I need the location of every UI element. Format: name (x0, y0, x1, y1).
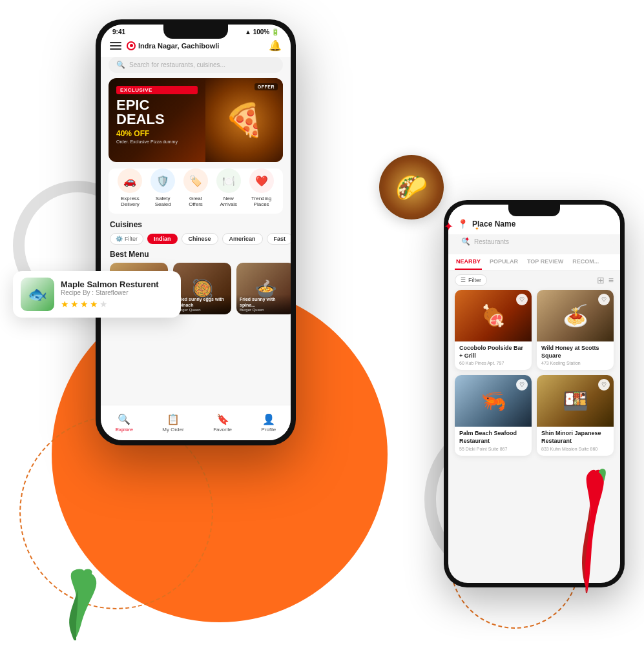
my-order-label: My Order (162, 427, 183, 432)
status-signal: ▲ 100% 🔋 (245, 28, 279, 36)
profile-icon: 👤 (262, 413, 275, 425)
phone2-search-bar[interactable]: 🔍 Restaurants (455, 234, 614, 249)
nav-profile[interactable]: 👤 Profile (262, 413, 276, 432)
rest-card-1-name: Cocobolo Poolside Bar + Grill (459, 345, 527, 360)
banner-left-content: EXCLUSIVE EPIC DEALS 40% OFF Order. Excl… (109, 78, 205, 162)
phone2-tabs: NEARBY POPULAR TOP REVIEW RECOM... (448, 254, 620, 270)
location-button[interactable]: Indra Nagar, Gachibowli (127, 41, 264, 50)
express-delivery-icon: 🚗 (118, 168, 142, 193)
rest-card-4-name: Shin Minori Japanese Restaurant (541, 430, 609, 445)
filter-label: Filter (125, 236, 138, 242)
rest-card-1-address: 60 Kub Pines Apt. 797 (459, 361, 527, 365)
new-arrivals-icon: 🍽️ (216, 168, 241, 193)
category-safety-sealed[interactable]: 🛡️ SafetySealed (151, 168, 175, 207)
menu-card-3-title: Fried sunny with spina... (240, 297, 291, 308)
phone1-notch (163, 25, 228, 39)
safety-sealed-icon: 🛡️ (151, 168, 175, 193)
list-view-icon[interactable]: ≡ (608, 275, 614, 285)
explore-icon: 🔍 (118, 413, 130, 425)
restaurant-card-2[interactable]: 🍝 ♡ Wild Honey at Scotts Square 473 Keel… (537, 290, 614, 370)
bottom-nav: 🔍 Explore 📋 My Order 🔖 Favorite 👤 Profil… (101, 405, 291, 440)
search-placeholder: Search for restaurants, cuisines... (129, 61, 225, 68)
restaurant-floating-card[interactable]: 🐟 Maple Salmon Resturent Recipe By : Sta… (13, 271, 181, 318)
restaurant-card-4[interactable]: 🍱 ♡ Shin Minori Japanese Restaurant 833 … (537, 375, 614, 455)
rest-card-2-heart[interactable]: ♡ (598, 294, 610, 305)
star-5: ★ (99, 299, 108, 309)
best-menu-title: Best Menu (101, 250, 291, 263)
spark-mid: ✦ (464, 236, 470, 243)
great-offers-label: GreatOffers (189, 196, 203, 207)
banner-discount: 40% OFF (116, 129, 198, 138)
cuisine-american[interactable]: American (222, 233, 263, 245)
spark-small: ✦ (475, 226, 479, 232)
banner-title: EPIC DEALS (116, 98, 198, 127)
phone2-filter-button[interactable]: ☰ Filter (455, 274, 487, 286)
status-time: 9:41 (112, 28, 125, 36)
banner-right-image: 🍕 OFFER (205, 78, 283, 162)
hamburger-line-2 (110, 45, 121, 46)
rest-card-3-address: 55 Dicki Point Suite 867 (459, 447, 527, 451)
tab-nearby[interactable]: NEARBY (455, 254, 482, 270)
tab-popular[interactable]: POPULAR (488, 254, 519, 270)
filter-row: ☰ Filter ⊞ ≡ (448, 274, 620, 290)
menu-card-2[interactable]: 🥘 Fried sunny eggs with spinach Burger Q… (173, 263, 231, 314)
cuisines-title: Cuisines (101, 220, 291, 233)
star-3: ★ (80, 299, 88, 309)
trending-places-label: TrendingPlaces (251, 196, 271, 207)
grid-view-icon[interactable]: ⊞ (597, 275, 605, 285)
menu-card-3[interactable]: 🍲 Fried sunny with spina... Burger Queen (236, 263, 291, 314)
tab-recom[interactable]: RECOM... (571, 254, 600, 270)
rest-card-3-name: Palm Beach Seafood Restaurant (459, 430, 527, 445)
favorite-label: Favorite (213, 427, 232, 432)
view-toggle-icons: ⊞ ≡ (597, 275, 614, 285)
cuisine-filter-row: ⚙️ Filter Indian Chinese American Fast (101, 233, 291, 250)
floating-card-stars: ★ ★ ★ ★ ★ (61, 299, 173, 309)
cuisine-fast[interactable]: Fast (267, 233, 291, 245)
place-pin-icon: 📍 (457, 219, 468, 229)
banner-food-visual: 🍕 (205, 78, 283, 162)
trending-places-icon: ❤️ (249, 168, 274, 193)
tab-top-review[interactable]: TOP REVIEW (526, 254, 565, 270)
cuisine-chinese[interactable]: Chinese (182, 233, 218, 245)
menu-card-2-overlay: Fried sunny eggs with spinach Burger Que… (173, 294, 231, 314)
explore-label: Explore (116, 427, 133, 432)
categories-row: 🚗 ExpressDelivery 🛡️ SafetySealed 🏷️ Gre… (109, 168, 283, 214)
banner-subtitle: Order. Exclusive Pizza dummy (116, 139, 198, 144)
filter2-label: Filter (468, 277, 481, 283)
hamburger-icon[interactable] (110, 42, 121, 50)
menu-card-2-title: Fried sunny eggs with spinach (176, 297, 228, 308)
restaurant-card-1[interactable]: 🍖 ♡ Cocobolo Poolside Bar + Grill 60 Kub… (455, 290, 532, 370)
my-order-icon: 📋 (167, 413, 180, 425)
safety-sealed-label: SafetySealed (155, 196, 171, 207)
star-1: ★ (61, 299, 69, 309)
category-great-offers[interactable]: 🏷️ GreatOffers (183, 168, 208, 207)
express-delivery-label: ExpressDelivery (121, 196, 140, 207)
new-arrivals-label: NewArrivals (220, 196, 237, 207)
phone2-search-placeholder: Restaurants (474, 238, 509, 245)
nav-my-order[interactable]: 📋 My Order (162, 413, 183, 432)
category-trending-places[interactable]: ❤️ TrendingPlaces (249, 168, 274, 207)
cuisine-filter-button[interactable]: ⚙️ Filter (110, 233, 143, 245)
filter2-icon: ☰ (461, 277, 466, 283)
banner-exclusive-tag: EXCLUSIVE (116, 86, 198, 94)
location-text: Indra Nagar, Gachibowli (138, 42, 219, 50)
search-bar[interactable]: 🔍 Search for restaurants, cuisines... (109, 57, 283, 73)
chili-right-decoration (573, 467, 612, 596)
category-express-delivery[interactable]: 🚗 ExpressDelivery (118, 168, 142, 207)
hamburger-line-1 (110, 42, 121, 43)
rest-card-1-heart[interactable]: ♡ (516, 294, 528, 305)
restaurant-grid: 🍖 ♡ Cocobolo Poolside Bar + Grill 60 Kub… (448, 290, 620, 456)
rest-card-2-name: Wild Honey at Scotts Square (541, 345, 609, 360)
menu-card-2-sub: Burger Queen (176, 308, 228, 312)
hamburger-line-3 (110, 48, 121, 50)
phone1-device: 9:41 ▲ 100% 🔋 Indra Nagar, Gachibowli 🔔 … (96, 19, 296, 445)
nav-favorite[interactable]: 🔖 Favorite (213, 413, 232, 432)
chili-left-decoration (52, 564, 103, 642)
notification-icon[interactable]: 🔔 (269, 39, 282, 52)
promo-banner[interactable]: EXCLUSIVE EPIC DEALS 40% OFF Order. Excl… (109, 78, 283, 162)
restaurant-card-3[interactable]: 🦐 ♡ Palm Beach Seafood Restaurant 55 Dic… (455, 375, 532, 455)
category-new-arrivals[interactable]: 🍽️ NewArrivals (216, 168, 241, 207)
nav-explore[interactable]: 🔍 Explore (116, 413, 133, 432)
cuisine-indian[interactable]: Indian (147, 234, 178, 244)
floating-card-restaurant-name: Maple Salmon Resturent (61, 280, 173, 289)
